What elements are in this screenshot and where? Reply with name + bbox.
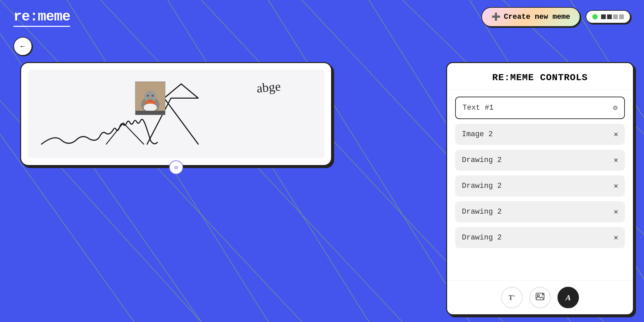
close-icon-image2[interactable]: ✕ [614, 130, 618, 139]
svg-rect-23 [136, 111, 165, 115]
meme-image[interactable] [135, 82, 165, 115]
control-label-drawing2-2: Drawing 2 [462, 182, 502, 190]
control-item-image2[interactable]: Image 2 ✕ [455, 124, 625, 145]
text-tool-icon: T+ [508, 293, 515, 302]
text-tool-button[interactable]: T+ [501, 287, 523, 308]
scroll-handle[interactable]: ⊙ [169, 160, 183, 174]
sq2 [607, 14, 612, 19]
image-tool-button[interactable] [529, 287, 551, 308]
sq4 [619, 14, 624, 19]
status-dot [592, 14, 598, 19]
status-squares [601, 14, 624, 19]
controls-footer: T+ A [447, 280, 633, 314]
control-label-drawing2-4: Drawing 2 [462, 233, 502, 242]
close-icon-drawing2-4[interactable]: ✕ [614, 233, 618, 242]
drawing-canvas [28, 70, 324, 158]
control-actions-image2: ✕ [614, 130, 618, 139]
back-button[interactable]: ← [13, 37, 32, 56]
control-label-drawing2-1: Drawing 2 [462, 156, 502, 164]
svg-point-18 [147, 95, 149, 97]
controls-body: Text #1 ⚙ Image 2 ✕ Drawing 2 ✕ Drawing … [447, 90, 633, 280]
control-item-drawing2-2[interactable]: Drawing 2 ✕ [455, 175, 625, 197]
control-actions-text1: ⚙ [613, 103, 618, 112]
canvas-container: abge ⊙ [20, 62, 332, 166]
control-item-drawing2-3[interactable]: Drawing 2 ✕ [455, 201, 625, 222]
status-pill [586, 10, 631, 23]
control-actions-drawing2-1: ✕ [614, 156, 618, 165]
control-label-drawing2-3: Drawing 2 [462, 208, 502, 216]
sq3 [613, 14, 618, 19]
close-icon-drawing2-1[interactable]: ✕ [614, 156, 618, 165]
close-icon-drawing2-3[interactable]: ✕ [614, 207, 618, 216]
control-item-drawing2-1[interactable]: Drawing 2 ✕ [455, 150, 625, 171]
plus-icon: ➕ [491, 12, 500, 21]
header-right: ➕ Create new meme [481, 7, 631, 27]
control-label-image2: Image 2 [462, 130, 493, 139]
back-arrow-icon: ← [19, 42, 26, 51]
header: re:meme ➕ Create new meme [0, 0, 644, 34]
close-icon-drawing2-2[interactable]: ✕ [614, 181, 618, 191]
canvas-inner[interactable]: abge [28, 70, 324, 158]
controls-panel: RE:MEME CONTROLS Text #1 ⚙ Image 2 ✕ Dra… [446, 62, 634, 315]
control-item-drawing2-4[interactable]: Drawing 2 ✕ [455, 227, 625, 248]
svg-point-22 [144, 104, 157, 111]
draw-tool-icon: A [566, 293, 571, 302]
control-label-text1: Text #1 [463, 104, 493, 112]
draw-tool-button[interactable]: A [557, 287, 579, 308]
gear-icon[interactable]: ⚙ [613, 103, 618, 112]
create-new-meme-button[interactable]: ➕ Create new meme [481, 7, 580, 27]
svg-point-19 [152, 95, 154, 97]
image-tool-icon [535, 292, 545, 303]
controls-title: RE:MEME CONTROLS [447, 63, 633, 90]
sq1 [601, 14, 606, 19]
create-btn-label: Create new meme [504, 13, 570, 21]
scroll-icon: ⊙ [174, 163, 178, 172]
logo: re:meme [13, 9, 70, 25]
control-item-text1[interactable]: Text #1 ⚙ [455, 97, 625, 119]
control-actions-drawing2-3: ✕ [614, 207, 618, 216]
control-actions-drawing2-4: ✕ [614, 233, 618, 242]
control-actions-drawing2-2: ✕ [614, 181, 618, 191]
